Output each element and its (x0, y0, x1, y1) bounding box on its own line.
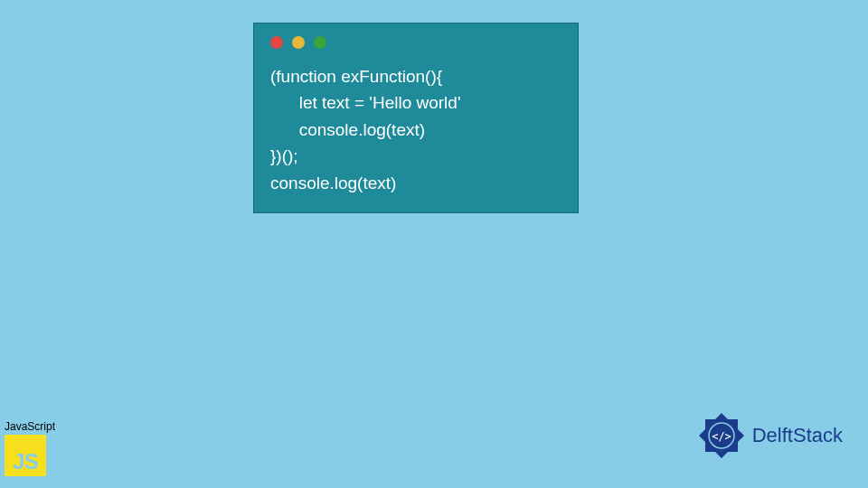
svg-point-3 (719, 415, 723, 419)
code-line: console.log(text) (270, 174, 396, 192)
code-line: console.log(text) (270, 120, 425, 139)
code-line: })(); (270, 146, 298, 165)
brand-name: DelftStack (752, 424, 843, 447)
svg-point-8 (705, 447, 710, 452)
code-block: (function exFunction(){ let text = 'Hell… (253, 23, 579, 213)
svg-point-7 (719, 453, 723, 457)
javascript-badge: JavaScript JS (5, 420, 55, 476)
svg-text:</>: </> (712, 430, 731, 443)
javascript-logo-text: JS (13, 449, 37, 476)
svg-point-6 (732, 447, 737, 452)
brand-container: </> DelftStack (696, 410, 843, 461)
brand-logo-icon: </> (696, 410, 747, 461)
javascript-logo-icon: JS (5, 435, 46, 476)
svg-point-4 (732, 420, 737, 425)
svg-point-5 (738, 434, 742, 438)
maximize-dot (314, 36, 326, 49)
minimize-dot (292, 36, 305, 49)
code-content: (function exFunction(){ let text = 'Hell… (270, 63, 561, 196)
close-dot (270, 36, 283, 49)
code-line: (function exFunction(){ (270, 67, 442, 86)
javascript-label: JavaScript (5, 420, 55, 433)
window-controls (270, 36, 561, 49)
svg-point-10 (705, 420, 710, 425)
svg-point-9 (700, 434, 704, 438)
code-line: let text = 'Hello world' (270, 93, 461, 112)
